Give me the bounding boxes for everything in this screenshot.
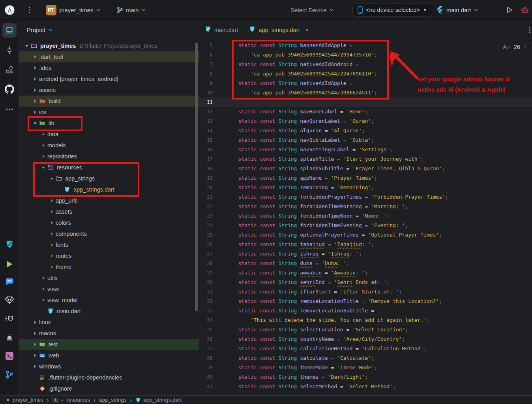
commit-tool-button[interactable]: [2, 43, 17, 57]
prev-highlight-arrow-icon[interactable]: ↑: [524, 44, 527, 51]
git-branch-widget[interactable]: main: [117, 0, 146, 20]
debug-button[interactable]: [521, 0, 529, 20]
code-line-31[interactable]: 31 static const String iftarStart = 'Ift…: [199, 287, 532, 297]
code-line-18[interactable]: 18 static const String splashSubTitle = …: [199, 164, 532, 173]
tree-item-windows[interactable]: windows: [19, 361, 199, 372]
tree-expand-arrow-icon[interactable]: [39, 295, 47, 306]
tree-expand-arrow-icon[interactable]: [48, 261, 56, 272]
github-tool-button[interactable]: [2, 82, 17, 96]
tree-expand-arrow-icon[interactable]: [39, 272, 47, 284]
main-menu-kebab-icon[interactable]: ⋮: [26, 0, 33, 20]
tree-item-build[interactable]: build: [19, 96, 199, 107]
project-tool-button[interactable]: [2, 23, 17, 38]
tree-item--flutter-plugins-dependencies[interactable]: .flutter-plugins-dependencies: [19, 372, 199, 383]
tree-expand-arrow-icon[interactable]: [48, 228, 56, 239]
project-widget[interactable]: PT prayer_times: [46, 0, 100, 20]
code-line-38[interactable]: 38 static const String calculate = 'Calc…: [199, 353, 532, 363]
tree-item-assets[interactable]: assets: [19, 85, 199, 96]
tree-expand-arrow-icon[interactable]: [39, 151, 47, 162]
project-panel-header[interactable]: Project: [19, 20, 52, 39]
tree-item-routes[interactable]: routes: [19, 250, 199, 261]
tree-expand-arrow-icon[interactable]: [31, 96, 39, 107]
tab-app-strings-dart[interactable]: app_strings.dart ×: [244, 20, 314, 39]
tree-expand-arrow-icon[interactable]: [48, 250, 56, 261]
breadcrumb-item-prayer-times[interactable]: prayer_times: [13, 397, 43, 403]
run-configuration-dropdown[interactable]: main.dart: [436, 0, 478, 20]
code-line-12[interactable]: 12 static const String navHomeLabel = 'H…: [199, 107, 532, 117]
tree-item-test[interactable]: test: [19, 339, 199, 350]
tree-item-theme[interactable]: theme: [19, 261, 199, 272]
select-device-dropdown[interactable]: Select Device: [290, 0, 333, 20]
tree-item--dart-tool[interactable]: .dart_tool: [19, 51, 199, 62]
tree-expand-arrow-icon[interactable]: [31, 51, 39, 62]
code-line-34[interactable]: 34 'This will delete the slide. You can …: [199, 316, 532, 325]
tree-item-view-model[interactable]: view_model: [19, 295, 199, 306]
code-line-20[interactable]: 20 static const String remaining = 'Rema…: [199, 183, 532, 192]
tab-main-dart[interactable]: main.dart: [199, 20, 244, 39]
code-line-41[interactable]: 41 static const String selectMethod = 'S…: [199, 382, 532, 391]
code-line-28[interactable]: 28 static const String duha = 'Duha: ';: [199, 259, 532, 268]
tree-item-components[interactable]: components: [19, 228, 199, 239]
tree-expand-arrow-icon[interactable]: [23, 40, 31, 51]
code-line-24[interactable]: 24 static const String forbiddenTimeEven…: [199, 221, 532, 230]
tree-item-repositories[interactable]: repositories: [19, 151, 199, 162]
tree-expand-arrow-icon[interactable]: [39, 284, 47, 295]
code-line-35[interactable]: 35 static const String selectLocation = …: [199, 325, 532, 334]
code-line-25[interactable]: 25 static const String optionalPrayerTim…: [199, 230, 532, 240]
code-line-16[interactable]: 16 static const String navSettingsLabel …: [199, 145, 532, 154]
tree-item-fonts[interactable]: fonts: [19, 239, 199, 250]
code-line-22[interactable]: 22 static const String forbiddenTimeMorn…: [199, 202, 532, 211]
code-line-40[interactable]: 40 static const String themes = 'Dark/Li…: [199, 372, 532, 382]
logcat-tool-button[interactable]: [2, 312, 17, 326]
dart-analysis-tool-button[interactable]: [2, 237, 17, 252]
run-button[interactable]: [506, 0, 513, 20]
tree-expand-arrow-icon[interactable]: [48, 195, 56, 206]
tree-item-assets[interactable]: assets: [19, 206, 199, 217]
code-line-37[interactable]: 37 static const String calculationMethod…: [199, 344, 532, 353]
more-tool-windows-button[interactable]: [2, 102, 17, 117]
tree-expand-arrow-icon[interactable]: [39, 140, 47, 151]
tree-item-android-prayer-times-android-[interactable]: android [prayer_times_android]: [19, 73, 199, 85]
code-line-17[interactable]: 17 static const String splashTitle = 'St…: [199, 154, 532, 164]
tree-item-colors[interactable]: colors: [19, 217, 199, 228]
code-line-21[interactable]: 21 static const String forbiddenPrayerTi…: [199, 192, 532, 202]
breadcrumb-item-app-strings[interactable]: app_strings: [99, 397, 127, 403]
breadcrumb-item-app-strings-dart[interactable]: app_strings.dart: [135, 397, 182, 403]
tree-expand-arrow-icon[interactable]: [31, 328, 39, 339]
inspections-widget[interactable]: A✓ 26 ↑ ⌄: [503, 43, 530, 51]
run-tool-button[interactable]: [2, 257, 17, 271]
terminal-tool-button[interactable]: [2, 349, 17, 363]
alerts-tool-button[interactable]: [2, 331, 17, 345]
code-line-27[interactable]: 27 static const String ishraq = 'Ishraq:…: [199, 249, 532, 259]
device-selector[interactable]: <no device selected> ▼: [352, 3, 432, 17]
tree-expand-arrow-icon[interactable]: [48, 206, 56, 217]
code-line-30[interactable]: 30 static const String sehriEnd = 'Sehri…: [199, 278, 532, 287]
code-line-23[interactable]: 23 static const String forbiddenTimeNoon…: [199, 211, 532, 221]
tree-item-main-dart[interactable]: main.dart: [19, 306, 199, 317]
code-line-15[interactable]: 15 static const String navQiblaLabel = '…: [199, 135, 532, 145]
git-tool-button[interactable]: [2, 368, 17, 382]
tree-item-app-urls[interactable]: app_urls: [19, 195, 199, 206]
close-tab-icon[interactable]: ×: [305, 26, 309, 33]
structure-tool-button[interactable]: [2, 63, 17, 77]
code-line-39[interactable]: 39 static const String themeMode = 'Them…: [199, 363, 532, 372]
tree-expand-arrow-icon[interactable]: [31, 62, 39, 73]
tree-expand-arrow-icon[interactable]: [31, 85, 39, 96]
tree-expand-arrow-icon[interactable]: [31, 317, 39, 328]
tree-item--idea[interactable]: .idea: [19, 62, 199, 73]
tree-item-models[interactable]: models: [19, 140, 199, 151]
code-line-36[interactable]: 36 static const String countryName = 'Ar…: [199, 334, 532, 344]
app-insights-tool-button[interactable]: [2, 293, 17, 307]
breadcrumb-item-lib[interactable]: lib: [52, 397, 58, 403]
tab-options-kebab-icon[interactable]: ⋮: [526, 26, 532, 34]
tree-item-prayer-times[interactable]: prayer_timesD:\Flutter Projects\prayer_t…: [19, 40, 199, 51]
tree-expand-arrow-icon[interactable]: [31, 361, 39, 372]
tree-item-macos[interactable]: macos: [19, 328, 199, 339]
code-line-13[interactable]: 13 static const String navQuranLabel = '…: [199, 117, 532, 126]
code-line-32[interactable]: 32 static const String removeLocationTit…: [199, 297, 532, 306]
code-line-33[interactable]: 33 static const String removeLocationSub…: [199, 306, 532, 316]
breadcrumb-item-resources[interactable]: resources: [67, 397, 90, 403]
tree-expand-arrow-icon[interactable]: [48, 217, 56, 228]
tree-item-web[interactable]: web: [19, 350, 199, 361]
tree-expand-arrow-icon[interactable]: [31, 73, 39, 85]
